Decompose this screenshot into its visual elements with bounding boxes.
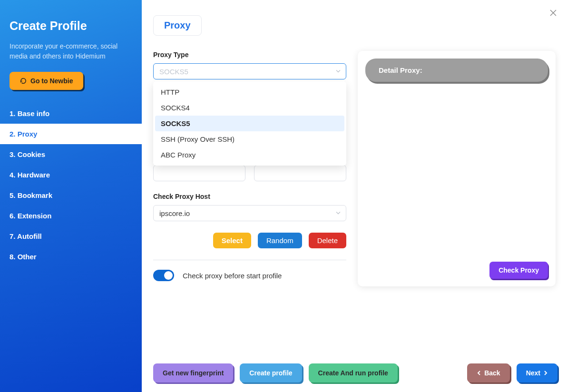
go-to-newbie-button[interactable]: Go to Newbie [10,72,83,90]
back-label: Back [484,369,500,377]
footer-actions: Get new fingerprint Create profile Creat… [153,363,557,382]
create-profile-button[interactable]: Create profile [240,363,302,382]
select-button[interactable]: Select [213,233,251,248]
proxy-type-value: SOCKS5 [159,68,188,76]
check-host-label: Check Proxy Host [153,193,346,200]
chevron-down-icon [335,68,341,76]
tab-bar: Proxy [153,15,556,36]
detail-proxy-header: Detail Proxy: [365,59,548,82]
check-host-select[interactable]: ipscore.io [153,205,346,221]
delete-button[interactable]: Delete [309,233,346,248]
nav-autofill[interactable]: 7. Autofill [0,226,142,246]
proxy-type-select[interactable]: SOCKS5 [153,63,346,79]
refresh-icon [20,78,27,84]
check-before-start-toggle[interactable] [153,270,174,281]
page-title: Create Profile [10,19,142,33]
proxy-type-option-abc[interactable]: ABC Proxy [155,147,344,163]
chevron-down-icon [335,209,341,217]
create-run-profile-button[interactable]: Create And run profile [309,363,398,382]
close-button[interactable] [550,10,557,18]
nav-extension[interactable]: 6. Extension [0,206,142,226]
nav-cookies[interactable]: 3. Cookies [0,144,142,165]
chevron-left-icon [477,371,481,375]
proxy-type-option-ssh[interactable]: SSH (Proxy Over SSH) [155,131,344,147]
proxy-type-option-socks4[interactable]: SOCKS4 [155,100,344,116]
close-icon [550,10,557,16]
divider [153,260,346,260]
sidebar: Create Profile Incorporate your e-commer… [0,0,142,392]
nav-bookmark[interactable]: 5. Bookmark [0,185,142,206]
back-button[interactable]: Back [467,363,509,382]
nav-other[interactable]: 8. Other [0,246,142,267]
check-proxy-button[interactable]: Check Proxy [489,262,548,279]
next-button[interactable]: Next [517,363,557,382]
detail-proxy-panel: Detail Proxy: Check Proxy [358,51,556,286]
go-to-newbie-label: Go to Newbie [30,77,73,85]
check-before-start-label: Check proxy before start profile [183,272,282,280]
page-description: Incorporate your e-commerce, social medi… [10,41,142,61]
get-fingerprint-button[interactable]: Get new fingerprint [153,363,233,382]
proxy-form: Proxy Type SOCKS5 HTTP SOCKS4 SOCKS5 [153,51,346,286]
nav-base-info[interactable]: 1. Base info [0,103,142,124]
proxy-type-option-socks5[interactable]: SOCKS5 [155,116,344,131]
password-input[interactable] [254,165,346,181]
tab-proxy[interactable]: Proxy [153,15,202,36]
proxy-type-option-http[interactable]: HTTP [155,84,344,100]
nav-hardware[interactable]: 4. Hardware [0,165,142,185]
chevron-right-icon [543,371,548,375]
username-input[interactable] [153,165,245,181]
random-button[interactable]: Random [258,233,302,248]
next-label: Next [526,369,540,377]
check-host-value: ipscore.io [159,209,190,217]
proxy-type-label: Proxy Type [153,51,346,59]
proxy-type-dropdown: HTTP SOCKS4 SOCKS5 SSH (Proxy Over SSH) … [153,81,346,166]
main-content: Proxy Proxy Type SOCKS5 [142,0,567,392]
nav-proxy[interactable]: 2. Proxy [0,124,142,144]
wizard-nav: 1. Base info 2. Proxy 3. Cookies 4. Hard… [0,103,142,267]
